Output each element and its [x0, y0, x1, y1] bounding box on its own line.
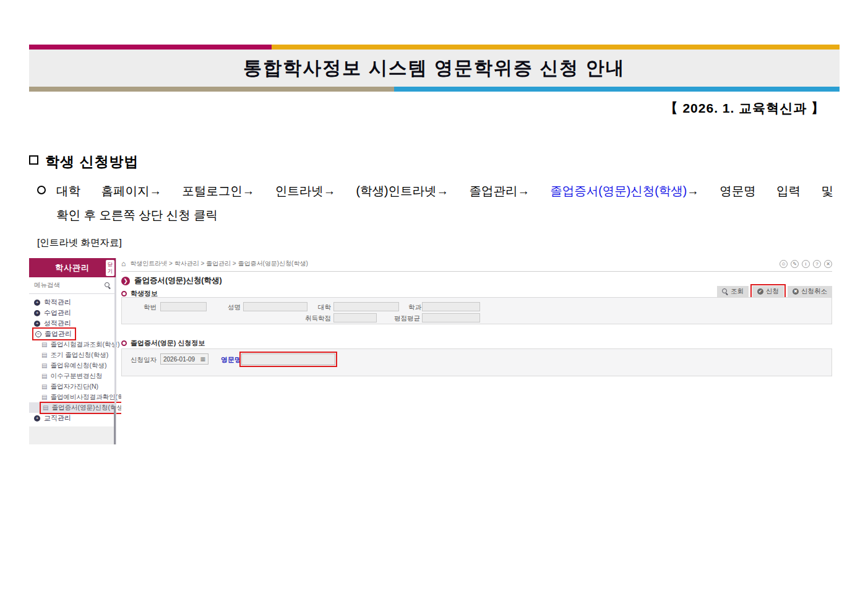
date-department: 【 2026. 1. 교육혁신과 】: [665, 100, 825, 117]
submenu-item[interactable]: ▤ 졸업자가진단(N): [29, 381, 116, 392]
banner-top-bar-magenta: [29, 45, 272, 50]
field-label-seongmyeong: 성명: [208, 303, 241, 312]
english-name-field[interactable]: [241, 353, 335, 365]
banner-bottom-bar: [29, 87, 840, 92]
sidebar-item-joleop[interactable]: − 졸업관리: [29, 329, 116, 339]
user-icon[interactable]: ☺: [780, 260, 788, 268]
submenu-item[interactable]: ▤ 이수구분변경신청: [29, 371, 116, 381]
menu-search-box[interactable]: 메뉴검색: [29, 277, 116, 294]
student-id-field[interactable]: [160, 302, 207, 311]
circle-bullet-icon: [37, 186, 46, 194]
screenshot-caption: [인트라넷 화면자료]: [37, 236, 122, 249]
info-icon[interactable]: i: [802, 260, 810, 268]
document-icon: ▤: [41, 394, 47, 400]
page-title: 통합학사정보 시스템 영문학위증 신청 안내: [243, 56, 625, 81]
banner-bottom-bar-blue: [394, 87, 840, 92]
submenu-item[interactable]: ▤ 졸업예비사정결과확인(학생: [29, 392, 116, 402]
banner-top-bar-gold: [272, 45, 840, 50]
home-icon[interactable]: ⌂: [121, 259, 126, 268]
plus-circle-icon: +: [34, 310, 40, 316]
step-text-pre: 대학 홈페이지→ 포털로그인→ 인트라넷→ (학생)인트라넷→ 졸업관리→: [56, 184, 550, 197]
field-label-credits: 취득학점: [293, 314, 331, 323]
x-circle-icon: ✖: [793, 288, 799, 295]
apply-date-value: 2026-01-09: [163, 356, 200, 363]
apply-info-section-title: 졸업증서(영문) 신청정보: [121, 339, 205, 348]
cancel-apply-button[interactable]: ✖ 신청취소: [788, 286, 832, 297]
sidebar: 학사관리 닫기 메뉴검색 + 학적관리 + 수업관리 + 성적관리: [29, 258, 116, 444]
section-heading: 학생 신청방법: [29, 152, 139, 171]
document-icon: ▤: [41, 383, 47, 390]
breadcrumb: 학생인트라넷 > 학사관리 > 졸업관리 > 졸업증서(영문)신청(학생): [130, 259, 308, 268]
document-icon: ▤: [41, 352, 47, 358]
sidebar-menu: + 학적관리 + 수업관리 + 성적관리 − 졸업관리: [29, 294, 116, 423]
step-line-1: 대학 홈페이지→ 포털로그인→ 인트라넷→ (학생)인트라넷→ 졸업관리→ 졸업…: [56, 180, 833, 201]
menu-search-placeholder: 메뉴검색: [34, 281, 105, 290]
banner-top-bar: [29, 45, 840, 50]
sidebar-scrollbar-thumb[interactable]: [114, 406, 116, 444]
document-icon: ▤: [41, 362, 47, 369]
banner: 통합학사정보 시스템 영문학위증 신청 안내: [29, 50, 840, 87]
step-menu-link: 졸업증서(영문)신청(학생): [550, 184, 687, 197]
department-field[interactable]: [422, 302, 480, 311]
divider: [121, 271, 832, 272]
submenu-item[interactable]: ▤ 졸업유예신청(학생): [29, 360, 116, 371]
sidebar-close-button[interactable]: 닫기: [106, 260, 114, 276]
main-content: ⌂ 학생인트라넷 > 학사관리 > 졸업관리 > 졸업증서(영문)신청(학생) …: [121, 256, 832, 443]
step-line-2: 확인 후 오른쪽 상단 신청 클릭: [56, 204, 833, 225]
name-field[interactable]: [243, 302, 307, 311]
field-label-gpa: 평점평균: [382, 314, 420, 323]
sidebar-item-hakjeok[interactable]: + 학적관리: [29, 297, 116, 308]
plus-circle-icon: +: [34, 300, 40, 306]
minus-circle-icon: −: [35, 331, 41, 337]
ring-icon: [121, 291, 127, 296]
search-icon[interactable]: [105, 282, 111, 288]
section-heading-text: 학생 신청방법: [45, 152, 139, 171]
sidebar-header: 학사관리 닫기: [29, 258, 116, 277]
red-highlight-box: [239, 352, 337, 367]
credits-field[interactable]: [333, 313, 377, 322]
submenu-item[interactable]: ▤ 졸업시험결과조회(학생): [29, 339, 116, 350]
red-highlight-box: − 졸업관리: [32, 327, 76, 340]
document-page: 통합학사정보 시스템 영문학위증 신청 안내 【 2026. 1. 교육혁신과 …: [0, 0, 868, 614]
field-label-english-name: 영문명: [221, 355, 241, 365]
window-icon-group: ☺ ✎ i ? ✕: [780, 260, 832, 268]
check-circle-icon: ✔: [757, 288, 763, 295]
apply-info-panel: 신청일자 2026-01-09 ▦ 영문명: [121, 348, 832, 376]
document-icon: ▤: [41, 373, 47, 379]
sidebar-item-sueop[interactable]: + 수업관리: [29, 308, 116, 318]
screen-title-row: ❯ 졸업증서(영문)신청(학생): [121, 275, 222, 286]
gpa-field[interactable]: [422, 313, 480, 322]
submenu-item-english-certificate[interactable]: ▤ 졸업증서(영문)신청(학생): [29, 402, 116, 413]
sidebar-item-gyojik[interactable]: + 교직관리: [29, 413, 116, 423]
apply-date-field[interactable]: 2026-01-09 ▦: [160, 353, 208, 365]
field-label-hakgwa: 학과: [389, 303, 421, 312]
edit-icon[interactable]: ✎: [791, 260, 799, 268]
plus-circle-icon: +: [34, 321, 40, 327]
submenu-item[interactable]: ▤ 조기 졸업신청(학생): [29, 350, 116, 360]
sidebar-empty-area: [29, 426, 116, 444]
intranet-screenshot: 학사관리 닫기 메뉴검색 + 학적관리 + 수업관리 + 성적관리: [29, 255, 832, 444]
close-icon[interactable]: ✕: [824, 260, 832, 268]
document-icon: ▤: [43, 404, 48, 411]
ring-icon: [121, 340, 127, 346]
instruction-steps: 대학 홈페이지→ 포털로그인→ 인트라넷→ (학생)인트라넷→ 졸업관리→ 졸업…: [37, 180, 833, 225]
search-icon: [722, 288, 728, 295]
apply-button[interactable]: ✔ 신청: [752, 286, 784, 297]
banner-bottom-bar-tan: [29, 87, 394, 92]
search-button[interactable]: 조회: [717, 286, 749, 297]
sidebar-title: 학사관리: [29, 258, 116, 277]
student-info-panel: 학번 성명 대학 학과 취득학점 평점평균: [121, 297, 832, 324]
step-text-post: → 영문명 입력 및: [687, 184, 833, 197]
field-label-daehak: 대학: [299, 303, 331, 312]
calendar-icon[interactable]: ▦: [200, 356, 205, 362]
screen-title: 졸업증서(영문)신청(학생): [134, 275, 222, 286]
field-label-hakbeon: 학번: [124, 303, 157, 312]
square-bullet-icon: [29, 155, 38, 165]
document-icon: ▤: [41, 341, 47, 348]
field-label-apply-date: 신청일자: [126, 356, 157, 365]
breadcrumb-bar: ⌂ 학생인트라넷 > 학사관리 > 졸업관리 > 졸업증서(영문)신청(학생) …: [121, 259, 832, 269]
arrow-circle-icon: ❯: [121, 277, 130, 285]
help-icon[interactable]: ?: [813, 260, 821, 268]
plus-circle-icon: +: [34, 415, 40, 422]
